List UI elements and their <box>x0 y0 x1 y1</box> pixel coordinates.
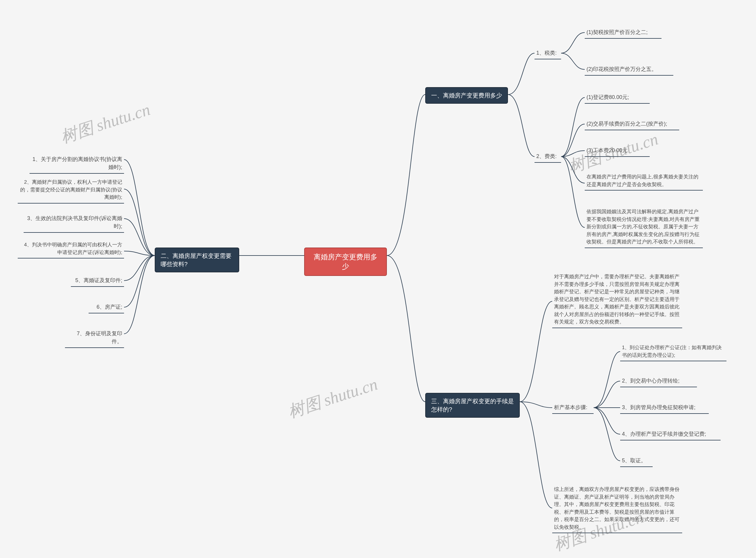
section-1-taxes-label[interactable]: 1、税类: <box>535 48 561 59</box>
section-1-fee-5[interactable]: 依据我国婚姻法及其司法解释的规定,离婚房产过户要不要收取契税分情况处理:夫妻离婚… <box>585 207 703 248</box>
section-3-summary[interactable]: 综上所述，离婚双方办理房屋产权变更的，应该携带身份证、离婚证、房产证及析产证明等… <box>552 484 682 533</box>
section-2-item-1[interactable]: 1、关于房产分割的离婚协议书(协议离婚时); <box>29 154 124 174</box>
section-3-title[interactable]: 三、离婚房屋产权变更的手续是怎样的? <box>425 393 520 418</box>
section-2-item-4[interactable]: 4、判决书中明确房产归属的可由权利人一方申请登记房产证(诉讼离婚时); <box>18 240 124 258</box>
section-3-intro[interactable]: 对于离婚房产过户中，需要办理析产登记。夫妻离婚析产并不需要办理多少手续，只需按照… <box>552 272 682 328</box>
section-2-item-7[interactable]: 7、身份证明及复印件。 <box>65 328 124 348</box>
section-2-title[interactable]: 二、离婚房屋产权变更需要哪些资料? <box>155 248 239 272</box>
section-3-step-1[interactable]: 1、到公证处办理析产公证(注：如有离婚判决书的话则无需办理公证); <box>620 343 727 361</box>
section-2-item-3[interactable]: 3、生效的法院判决书及复印件(诉讼离婚时); <box>24 213 124 233</box>
root-node[interactable]: 离婚房产变更费用多少 <box>304 248 387 276</box>
section-3-step-5[interactable]: 5、取证。 <box>620 456 653 467</box>
section-3-step-4[interactable]: 4、办理析产登记手续并缴交登记费; <box>620 429 721 440</box>
section-2-item-6[interactable]: 6、房产证; <box>88 302 124 313</box>
section-1-title[interactable]: 一、离婚房产变更费用多少 <box>425 87 508 104</box>
section-2-item-2[interactable]: 2、离婚财产归属协议，权利人一方申请登记的，需要提交经公证的离婚财产归属协议(协… <box>18 177 124 204</box>
section-3-step-3[interactable]: 3、到房管局办理免征契税申请; <box>620 402 709 414</box>
section-1-fee-3[interactable]: (3)工本费20.00元 <box>585 145 650 157</box>
watermark: 树图 shutu.cn <box>285 373 380 423</box>
section-1-tax-1[interactable]: (1)契税按照产价百分之二; <box>585 27 661 39</box>
section-1-tax-2[interactable]: (2)印花税按照产价万分之五。 <box>585 64 673 76</box>
section-1-fee-2[interactable]: (2)交易手续费的百分之二(按产价); <box>585 119 679 130</box>
section-1-fee-1[interactable]: (1)登记费80.00元; <box>585 92 650 104</box>
section-1-fee-4[interactable]: 在离婚房产过户费用的问题上,很多离婚夫妻关注的还是离婚房产过户是否会免收契税。 <box>585 172 703 191</box>
watermark: 树图 shutu.cn <box>58 98 153 148</box>
section-3-step-2[interactable]: 2、到交易中心办理转绘; <box>620 376 697 387</box>
section-3-steps-label[interactable]: 析产基本步骤: <box>552 402 594 414</box>
section-1-fees-label[interactable]: 2、费类: <box>535 151 561 163</box>
section-2-item-5[interactable]: 5、离婚证及复印件; <box>71 275 124 287</box>
